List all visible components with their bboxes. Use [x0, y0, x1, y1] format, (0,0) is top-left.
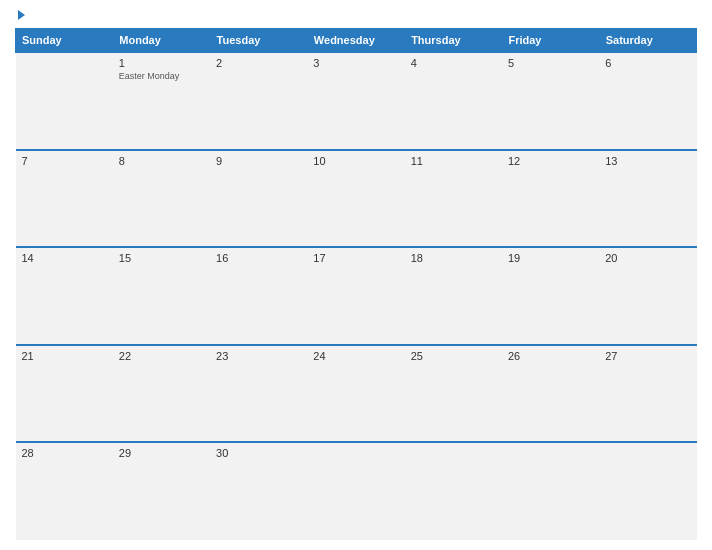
- calendar-cell: 14: [16, 247, 113, 345]
- day-number: 22: [119, 350, 204, 362]
- col-header-monday: Monday: [113, 29, 210, 53]
- calendar-cell: [502, 442, 599, 540]
- day-number: 17: [313, 252, 398, 264]
- calendar-cell: [307, 442, 404, 540]
- week-row-0: 1Easter Monday23456: [16, 52, 697, 150]
- calendar-cell: 18: [405, 247, 502, 345]
- week-row-4: 282930: [16, 442, 697, 540]
- event-label: Easter Monday: [119, 71, 204, 81]
- calendar-cell: 17: [307, 247, 404, 345]
- day-number: 29: [119, 447, 204, 459]
- day-number: 15: [119, 252, 204, 264]
- calendar-header-row: SundayMondayTuesdayWednesdayThursdayFrid…: [16, 29, 697, 53]
- calendar-cell: 24: [307, 345, 404, 443]
- calendar-cell: 4: [405, 52, 502, 150]
- day-number: 30: [216, 447, 301, 459]
- day-number: 12: [508, 155, 593, 167]
- logo: [15, 10, 25, 20]
- day-number: 23: [216, 350, 301, 362]
- day-number: 19: [508, 252, 593, 264]
- col-header-sunday: Sunday: [16, 29, 113, 53]
- calendar-cell: 19: [502, 247, 599, 345]
- calendar-header: [15, 10, 697, 20]
- calendar-cell: 30: [210, 442, 307, 540]
- calendar-cell: [599, 442, 696, 540]
- calendar-cell: 11: [405, 150, 502, 248]
- day-number: 7: [22, 155, 107, 167]
- calendar-page: SundayMondayTuesdayWednesdayThursdayFrid…: [0, 0, 712, 550]
- day-number: 9: [216, 155, 301, 167]
- calendar-cell: [16, 52, 113, 150]
- day-number: 5: [508, 57, 593, 69]
- calendar-cell: 16: [210, 247, 307, 345]
- day-number: 28: [22, 447, 107, 459]
- col-header-wednesday: Wednesday: [307, 29, 404, 53]
- calendar-cell: 9: [210, 150, 307, 248]
- calendar-cell: 1Easter Monday: [113, 52, 210, 150]
- logo-blue-text: [15, 10, 25, 20]
- col-header-tuesday: Tuesday: [210, 29, 307, 53]
- calendar-cell: 5: [502, 52, 599, 150]
- calendar-cell: 20: [599, 247, 696, 345]
- calendar-cell: 12: [502, 150, 599, 248]
- calendar-cell: 8: [113, 150, 210, 248]
- col-header-thursday: Thursday: [405, 29, 502, 53]
- calendar-cell: 21: [16, 345, 113, 443]
- calendar-cell: 22: [113, 345, 210, 443]
- calendar-cell: 3: [307, 52, 404, 150]
- calendar-cell: 23: [210, 345, 307, 443]
- calendar-table: SundayMondayTuesdayWednesdayThursdayFrid…: [15, 28, 697, 540]
- calendar-cell: 15: [113, 247, 210, 345]
- calendar-cell: 27: [599, 345, 696, 443]
- calendar-cell: 13: [599, 150, 696, 248]
- day-number: 13: [605, 155, 690, 167]
- day-number: 14: [22, 252, 107, 264]
- day-number: 2: [216, 57, 301, 69]
- day-number: 24: [313, 350, 398, 362]
- col-header-friday: Friday: [502, 29, 599, 53]
- day-number: 16: [216, 252, 301, 264]
- calendar-cell: 7: [16, 150, 113, 248]
- calendar-cell: 28: [16, 442, 113, 540]
- week-row-3: 21222324252627: [16, 345, 697, 443]
- col-header-saturday: Saturday: [599, 29, 696, 53]
- week-row-1: 78910111213: [16, 150, 697, 248]
- calendar-cell: [405, 442, 502, 540]
- calendar-cell: 26: [502, 345, 599, 443]
- day-number: 20: [605, 252, 690, 264]
- day-number: 18: [411, 252, 496, 264]
- day-number: 27: [605, 350, 690, 362]
- logo-triangle-icon: [18, 10, 25, 20]
- calendar-cell: 10: [307, 150, 404, 248]
- calendar-cell: 6: [599, 52, 696, 150]
- day-number: 8: [119, 155, 204, 167]
- calendar-cell: 29: [113, 442, 210, 540]
- day-number: 11: [411, 155, 496, 167]
- day-number: 21: [22, 350, 107, 362]
- day-number: 26: [508, 350, 593, 362]
- day-number: 25: [411, 350, 496, 362]
- day-number: 4: [411, 57, 496, 69]
- day-number: 3: [313, 57, 398, 69]
- day-number: 6: [605, 57, 690, 69]
- day-number: 10: [313, 155, 398, 167]
- day-number: 1: [119, 57, 204, 69]
- calendar-cell: 2: [210, 52, 307, 150]
- week-row-2: 14151617181920: [16, 247, 697, 345]
- calendar-cell: 25: [405, 345, 502, 443]
